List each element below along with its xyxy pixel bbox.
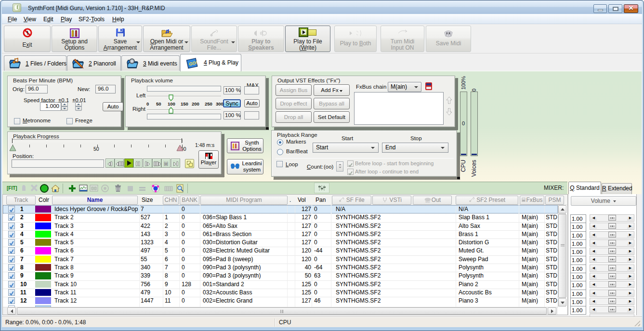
svg-text:MIDI: MIDI <box>425 201 430 203</box>
svg-text:M: M <box>164 161 168 167</box>
svg-text:!: ! <box>26 30 28 36</box>
